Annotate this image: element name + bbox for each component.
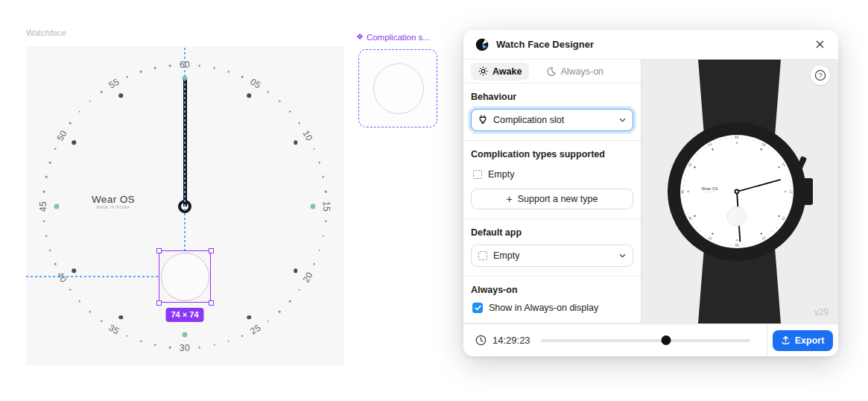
minute-dot bbox=[790, 186, 791, 186]
accent-dot bbox=[54, 204, 60, 209]
major-dot bbox=[72, 140, 76, 145]
minute-dot bbox=[69, 288, 72, 291]
minute-dot bbox=[748, 139, 749, 139]
watch-face-designer-panel: Watch Face Designer bbox=[463, 30, 838, 356]
time-slider[interactable] bbox=[541, 335, 750, 346]
chevron-down-icon bbox=[619, 118, 626, 122]
version-label: v29 bbox=[814, 307, 829, 318]
behaviour-label: Behaviour bbox=[471, 92, 633, 102]
behaviour-dropdown[interactable]: Complication slot bbox=[471, 109, 633, 131]
panel-footer: 14:29:23 Export bbox=[463, 323, 838, 356]
dial-number: 45 bbox=[681, 189, 685, 193]
minute-dot bbox=[126, 76, 128, 78]
support-new-type-label: Support a new type bbox=[518, 194, 598, 204]
dial-number: 25 bbox=[248, 322, 262, 336]
dial-number: 35 bbox=[707, 236, 712, 241]
default-app-label: Default app bbox=[471, 227, 633, 238]
tab-always-on[interactable]: Always-on bbox=[539, 63, 611, 80]
minute-dot bbox=[45, 235, 48, 237]
complication-types-label: Complication types supported bbox=[471, 149, 633, 160]
accent-dot bbox=[785, 191, 787, 193]
always-on-section: Always-on Show in Always-on display bbox=[463, 277, 641, 323]
accent-dot bbox=[736, 239, 738, 241]
complication-slot-shape[interactable] bbox=[161, 253, 209, 301]
time-display: 14:29:23 bbox=[492, 335, 530, 346]
complication-types-section: Complication types supported Empty + Sup… bbox=[463, 141, 641, 219]
minute-dot bbox=[49, 162, 51, 164]
horizontal-guide bbox=[26, 276, 159, 277]
minute-dot bbox=[54, 263, 57, 265]
selection-handle[interactable] bbox=[209, 248, 214, 253]
type-item-empty[interactable]: Empty bbox=[471, 166, 633, 181]
minute-dot bbox=[731, 138, 732, 139]
dial-number: 30 bbox=[735, 244, 738, 247]
selection-handle[interactable] bbox=[156, 248, 162, 253]
default-app-dropdown[interactable]: Empty bbox=[471, 244, 633, 267]
minute-dot bbox=[49, 249, 51, 251]
frame-label[interactable]: Watchface bbox=[26, 28, 66, 37]
always-on-checkbox-label: Show in Always-on display bbox=[489, 303, 598, 313]
complication-component[interactable] bbox=[358, 49, 437, 127]
moon-icon bbox=[547, 67, 556, 76]
slider-track[interactable] bbox=[541, 339, 750, 342]
dial-number: 45 bbox=[38, 201, 48, 212]
major-dot bbox=[294, 140, 298, 145]
minute-dot bbox=[773, 151, 773, 152]
major-dot bbox=[779, 215, 780, 217]
sun-icon bbox=[478, 66, 488, 76]
export-icon bbox=[782, 336, 790, 345]
accent-dot bbox=[183, 332, 188, 338]
component-label-text: Complication s... bbox=[367, 33, 430, 42]
dial-number: 30 bbox=[180, 343, 190, 353]
minute-dot bbox=[313, 148, 315, 150]
minute-dot bbox=[688, 169, 688, 170]
minute-dot bbox=[140, 340, 142, 342]
major-dot bbox=[694, 166, 695, 168]
selection-box[interactable] bbox=[159, 250, 211, 303]
always-on-checkbox[interactable] bbox=[472, 303, 483, 313]
major-dot bbox=[712, 148, 713, 150]
component-label[interactable]: ❖ Complication s... bbox=[356, 32, 430, 42]
panel-header: Watch Face Designer bbox=[463, 30, 838, 60]
minute-dot bbox=[753, 242, 754, 243]
export-button[interactable]: Export bbox=[773, 330, 834, 351]
minute-dot bbox=[725, 139, 726, 139]
minute-dot bbox=[199, 65, 201, 67]
minute-dot bbox=[289, 111, 291, 113]
minute-dot bbox=[785, 169, 786, 170]
minute-dot bbox=[267, 91, 269, 93]
minute-dot bbox=[685, 208, 686, 209]
minute-dot bbox=[267, 320, 269, 322]
slider-thumb[interactable] bbox=[662, 335, 671, 345]
dial-number: 05 bbox=[248, 77, 262, 91]
minute-dot bbox=[313, 263, 315, 265]
minute-dot bbox=[685, 174, 686, 175]
tab-awake[interactable]: Awake bbox=[471, 63, 529, 80]
support-new-type-button[interactable]: + Support a new type bbox=[471, 189, 633, 209]
minute-dot bbox=[199, 347, 201, 349]
minute-dot bbox=[318, 162, 320, 164]
minute-dot bbox=[213, 344, 215, 347]
selection-handle[interactable] bbox=[156, 300, 162, 306]
major-dot bbox=[294, 268, 298, 273]
minute-dot bbox=[289, 300, 291, 303]
major-dot bbox=[118, 93, 123, 98]
clock-icon bbox=[475, 335, 487, 346]
plug-icon bbox=[478, 115, 487, 125]
help-button[interactable]: ? bbox=[811, 66, 830, 85]
minute-dot bbox=[773, 231, 773, 232]
component-diamond-icon: ❖ bbox=[356, 32, 364, 42]
vertical-guide bbox=[184, 48, 186, 251]
minute-dot bbox=[279, 311, 281, 313]
minute-dot bbox=[705, 235, 706, 236]
minute-dot bbox=[298, 288, 300, 291]
close-icon[interactable] bbox=[814, 38, 826, 51]
dial-number: 50 bbox=[688, 162, 693, 167]
selection-handle[interactable] bbox=[209, 300, 214, 306]
major-dot bbox=[118, 315, 123, 320]
panel-title: Watch Face Designer bbox=[496, 39, 814, 50]
always-on-label: Always-on bbox=[471, 285, 633, 295]
watchface-frame[interactable]: 051015202530354045505560Wear OSMADE IN F… bbox=[26, 46, 344, 365]
dial-number: 60 bbox=[735, 136, 738, 139]
minute-dot bbox=[169, 65, 171, 67]
